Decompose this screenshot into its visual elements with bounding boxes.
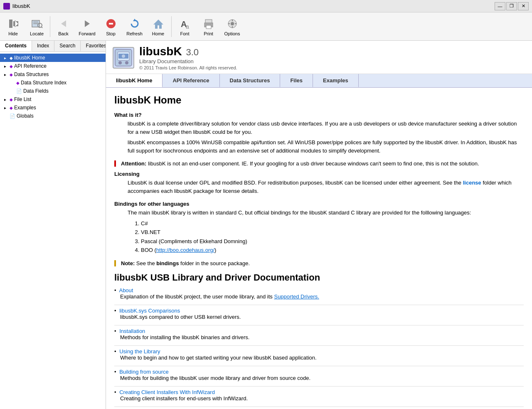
tree-item-label: API Reference — [14, 63, 47, 69]
svg-point-20 — [231, 22, 234, 25]
titlebar-controls[interactable]: — ❐ ✕ — [495, 2, 529, 10]
locate-button[interactable]: Locate — [25, 14, 48, 39]
binding-item-3: Pascal (Compliments of Ekkehard Domning) — [141, 237, 524, 246]
app-title-block: libusbK 3.0 Library Documentation © 2011… — [139, 45, 237, 70]
bindings-intro: The main libusbK library is written in s… — [128, 209, 524, 217]
forward-button[interactable]: Forward — [76, 14, 99, 39]
nav-tab-structures[interactable]: Data Structures — [220, 74, 281, 87]
licensing-title: Licensing — [114, 171, 524, 177]
hide-label: Hide — [8, 31, 18, 36]
expand-icon: ▸ — [2, 71, 8, 78]
svg-rect-11 — [109, 23, 113, 25]
stop-button[interactable]: Stop — [99, 14, 122, 39]
svg-rect-0 — [9, 20, 12, 28]
attention-content: Attention: libusbK is not an end-user co… — [121, 160, 524, 167]
sidebar-item-file-list[interactable]: ▸ ◆ File List — [0, 95, 106, 103]
divider-6 — [114, 407, 524, 407]
licensing-text-pre: LibusbK is dual license under GPL and mo… — [128, 180, 463, 186]
tree-item-label: Data Structure Index — [21, 80, 66, 86]
minimize-button[interactable]: — — [495, 2, 505, 10]
bullet-dot: • — [114, 328, 116, 334]
svg-marker-8 — [61, 20, 66, 27]
about-link[interactable]: About — [119, 287, 133, 293]
bullet-dot: • — [114, 348, 116, 355]
tree-item-label: Globals — [17, 113, 34, 119]
hide-icon — [7, 17, 20, 30]
app-icon — [3, 3, 10, 10]
home-icon — [152, 17, 165, 30]
sidebar-tabs: Contents Index Search Favorites — [0, 41, 106, 52]
divider-2 — [114, 325, 524, 325]
sidebar-item-globals[interactable]: ▸ 📄 Globals — [0, 112, 106, 120]
bullet-dot: • — [114, 369, 116, 375]
svg-point-27 — [118, 61, 122, 64]
tab-index[interactable]: Index — [32, 41, 54, 52]
hide-button[interactable]: Hide — [2, 14, 25, 39]
using-library-desc: Where to begin and how to get started wr… — [120, 355, 317, 361]
licensing-body: LibusbK is dual license under GPL and mo… — [128, 179, 524, 195]
close-button[interactable]: ✕ — [518, 2, 529, 10]
font-button[interactable]: A a Font — [173, 14, 196, 39]
link-item-about: • About Explanation of the libusbK proje… — [114, 287, 524, 300]
using-library-link[interactable]: Using the Library — [119, 348, 160, 355]
content-area: libusbK 3.0 Library Documentation © 2011… — [106, 41, 532, 409]
building-link[interactable]: Building from source — [119, 369, 169, 375]
attention-title: Attention: — [121, 160, 146, 167]
app-header: libusbK 3.0 Library Documentation © 2011… — [106, 41, 532, 74]
maximize-button[interactable]: ❐ — [506, 2, 517, 10]
binding-item-2: VB.NET — [141, 228, 524, 237]
tab-favorites[interactable]: Favorites — [81, 41, 106, 52]
app-copyright: © 2011 Travis Lee Robinson. All rights r… — [139, 65, 237, 70]
libusbk-sys-link[interactable]: libusbK.sys Comparisons — [119, 308, 180, 314]
sidebar-item-api-reference[interactable]: ▸ ◆ API Reference — [0, 62, 106, 70]
section-what-is-it: What is it? libusbK is a complete driver… — [114, 112, 524, 155]
sidebar-item-data-fields[interactable]: ▸ 📄 Data Fields — [0, 87, 106, 95]
svg-point-28 — [125, 61, 128, 64]
attention-block: Attention: libusbK is not an end-user co… — [114, 160, 524, 167]
folder-icon: ◆ — [10, 72, 13, 77]
supported-drivers-link[interactable]: Supported Drivers. — [274, 293, 319, 300]
app-logo — [113, 47, 134, 69]
expand-icon: ▸ — [2, 96, 8, 103]
bindings-list: C# VB.NET Pascal (Compliments of Ekkehar… — [141, 219, 524, 254]
section-bindings: Bindings for other languages The main li… — [114, 201, 524, 254]
divider-5 — [114, 386, 524, 387]
attention-body: libusbK is not an end-user component. IE… — [148, 160, 479, 167]
nav-tab-files[interactable]: Files — [280, 74, 313, 87]
note-bold: bindings — [156, 260, 179, 266]
divider-3 — [114, 345, 524, 346]
tree-item-label: File List — [14, 96, 31, 102]
refresh-button[interactable]: Refresh — [123, 14, 146, 39]
nav-tab-examples[interactable]: Examples — [313, 74, 359, 87]
note-title: Note: — [121, 260, 135, 266]
note-text-pre: See the — [136, 260, 156, 266]
installation-link[interactable]: Installation — [119, 328, 145, 334]
svg-marker-13 — [153, 20, 163, 29]
back-button[interactable]: Back — [52, 14, 75, 39]
options-button[interactable]: Options — [221, 14, 244, 39]
print-button[interactable]: Print — [197, 14, 220, 39]
sidebar-tree: ▸ ◆ libusbK Home ▸ ◆ API Reference ▸ ◆ D… — [0, 52, 106, 409]
bullet-dot: • — [114, 389, 116, 395]
nav-tabs: libusbK Home API Reference Data Structur… — [106, 74, 532, 88]
link-item-building: • Building from source Methods for build… — [114, 369, 524, 381]
tree-item-label: libusbK Home — [14, 55, 45, 61]
tab-contents[interactable]: Contents — [0, 41, 32, 52]
home-button[interactable]: Home — [147, 14, 170, 39]
boo-link[interactable]: http://boo.codehaus.org/ — [156, 247, 214, 253]
doc-icon: 📄 — [16, 89, 22, 94]
sidebar-item-data-structures[interactable]: ▸ ◆ Data Structures — [0, 70, 106, 79]
section2-title: libusbK USB Library and Driver Documenta… — [114, 272, 524, 283]
licensing-link[interactable]: license — [463, 180, 481, 186]
sidebar-item-libusbk-home[interactable]: ▸ ◆ libusbK Home — [0, 54, 106, 62]
nav-tab-api[interactable]: API Reference — [163, 74, 219, 87]
expand-icon: ▸ — [2, 63, 8, 69]
tab-search[interactable]: Search — [54, 41, 81, 52]
note-text-post: folder in the source package. — [179, 260, 250, 266]
sidebar-item-data-structure-index[interactable]: ▸ ◆ Data Structure Index — [0, 79, 106, 87]
nav-tab-home[interactable]: libusbK Home — [106, 74, 163, 87]
what-is-it-body: libusbK is a complete driver/library sol… — [128, 120, 524, 155]
attention-bar — [114, 160, 116, 167]
sidebar-item-examples[interactable]: ▸ ◆ Examples — [0, 103, 106, 112]
creating-link[interactable]: Creating Client Installers With InfWizar… — [119, 389, 215, 395]
